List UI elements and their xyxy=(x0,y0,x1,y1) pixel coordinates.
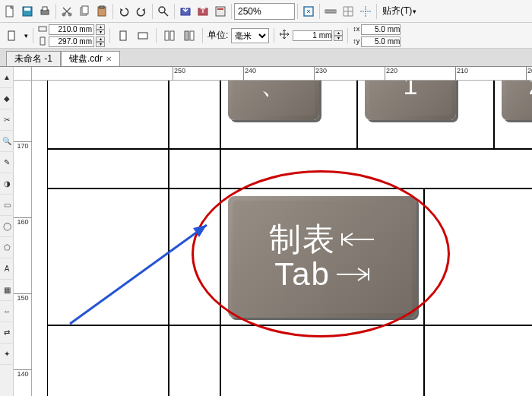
all-pages-button[interactable] xyxy=(161,27,178,44)
rulers-button[interactable] xyxy=(322,3,339,20)
dup-y-input[interactable] xyxy=(361,36,401,47)
nudge-group: ▴▾ xyxy=(293,30,343,41)
text-tool[interactable]: A xyxy=(0,258,14,280)
drawing-canvas[interactable]: 、 1 2 制表 xyxy=(32,81,532,396)
cut-button[interactable] xyxy=(59,3,75,20)
property-bar: ▾ ▴▾ ▴▾ 单位: 毫米 ▴▾ ↕x ↕y xyxy=(0,23,532,49)
grid-cell xyxy=(47,325,169,396)
undo-button[interactable] xyxy=(116,3,132,20)
polygon-tool[interactable]: ⬠ xyxy=(0,237,14,258)
publish-button[interactable] xyxy=(212,3,229,20)
key-one: 1 xyxy=(365,81,456,120)
ruler-tick: 170 xyxy=(14,141,32,150)
paste-button[interactable] xyxy=(93,3,110,20)
zoom-level-select[interactable] xyxy=(234,3,295,20)
fullscreen-button[interactable] xyxy=(300,3,317,20)
dup-y-icon: ↕y xyxy=(353,38,359,45)
spin-down[interactable]: ▾ xyxy=(334,36,343,41)
connector-tool[interactable]: ⇄ xyxy=(0,322,14,344)
copy-button[interactable] xyxy=(76,3,93,20)
pick-tool[interactable]: ▲ xyxy=(0,67,14,88)
ruler-tick: 160 xyxy=(14,217,32,226)
separator xyxy=(319,4,320,19)
height-icon xyxy=(38,36,47,47)
ellipse-tool[interactable]: ◯ xyxy=(0,216,14,237)
guides-button[interactable] xyxy=(357,3,374,20)
annotation-ellipse xyxy=(192,170,450,337)
svg-rect-8 xyxy=(82,6,88,14)
spin-up[interactable]: ▴ xyxy=(96,24,105,30)
separator xyxy=(376,4,377,19)
svg-rect-26 xyxy=(190,31,194,40)
rectangle-tool[interactable]: ▭ xyxy=(0,195,14,216)
width-icon xyxy=(38,24,47,35)
svg-rect-21 xyxy=(120,31,126,40)
search-button[interactable] xyxy=(155,3,172,20)
dup-x-input[interactable] xyxy=(361,24,401,35)
separator xyxy=(347,28,348,43)
svg-rect-15 xyxy=(217,8,223,10)
page-dimensions: ▴▾ ▴▾ xyxy=(38,24,105,47)
table-tool[interactable]: ▦ xyxy=(0,280,14,301)
page-width-input[interactable] xyxy=(49,24,94,35)
svg-rect-4 xyxy=(43,7,47,11)
import-button[interactable] xyxy=(177,3,194,20)
effects-tool[interactable]: ✦ xyxy=(0,344,14,365)
dup-x-icon: ↕x xyxy=(353,26,359,33)
svg-marker-32 xyxy=(193,225,207,237)
close-icon[interactable]: ✕ xyxy=(106,55,112,63)
unit-select[interactable]: 毫米 xyxy=(231,28,269,43)
ruler-origin[interactable] xyxy=(14,67,32,81)
spin-up[interactable]: ▴ xyxy=(334,30,343,36)
grid-cell xyxy=(169,149,220,188)
horizontal-ruler[interactable]: 250 240 230 220 210 200 xyxy=(32,67,532,81)
shape-tool[interactable]: ◆ xyxy=(0,88,14,109)
dimension-tool[interactable]: ↔ xyxy=(0,301,14,322)
spin-down[interactable]: ▾ xyxy=(96,30,105,35)
paper-orientation-button[interactable] xyxy=(2,27,21,44)
ruler-tick: 210 xyxy=(455,67,468,81)
landscape-button[interactable] xyxy=(135,27,151,44)
crop-tool[interactable]: ✂ xyxy=(0,109,14,131)
separator xyxy=(112,4,113,19)
zoom-tool[interactable]: 🔍 xyxy=(0,131,14,152)
redo-button[interactable] xyxy=(133,3,150,20)
ruler-tick: 150 xyxy=(14,293,32,302)
unit-label: 单位: xyxy=(207,29,228,42)
page-height-input[interactable] xyxy=(49,36,94,47)
nudge-input[interactable] xyxy=(293,30,332,41)
current-page-button[interactable] xyxy=(181,27,198,44)
ruler-tick: 220 xyxy=(385,67,397,81)
snap-label[interactable]: 贴齐(T) xyxy=(382,5,412,17)
separator xyxy=(152,4,153,19)
main-toolbar: 贴齐(T) ▾ xyxy=(0,0,532,23)
key-label: 2 xyxy=(529,81,532,100)
svg-rect-20 xyxy=(40,37,45,45)
dropdown-arrow-icon[interactable]: ▾ xyxy=(24,32,28,40)
vertical-ruler[interactable]: 170 160 150 140 xyxy=(14,81,32,396)
dropdown-arrow-icon[interactable]: ▾ xyxy=(413,8,416,15)
save-button[interactable] xyxy=(19,3,36,20)
grid-button[interactable] xyxy=(340,3,356,20)
svg-rect-24 xyxy=(170,31,174,40)
separator xyxy=(109,28,110,43)
tab-untitled[interactable]: 未命名 -1 xyxy=(6,51,61,66)
nudge-icon xyxy=(279,29,290,43)
export-button[interactable] xyxy=(195,3,211,20)
svg-rect-22 xyxy=(138,33,147,39)
smart-fill-tool[interactable]: ◑ xyxy=(0,173,14,195)
tab-label: 未命名 -1 xyxy=(14,52,52,65)
ruler-tick: 250 xyxy=(173,67,185,81)
new-file-button[interactable] xyxy=(2,3,18,20)
portrait-button[interactable] xyxy=(115,27,131,44)
print-button[interactable] xyxy=(36,3,53,20)
tab-keyboard[interactable]: 键盘.cdr✕ xyxy=(61,51,120,66)
separator xyxy=(274,28,274,43)
spin-up[interactable]: ▴ xyxy=(96,36,105,42)
freehand-tool[interactable]: ✎ xyxy=(0,152,14,173)
spin-down[interactable]: ▾ xyxy=(96,42,105,47)
svg-rect-25 xyxy=(185,31,188,40)
separator xyxy=(33,28,33,43)
duplicate-offset: ↕x ↕y xyxy=(353,24,401,47)
separator xyxy=(55,4,56,19)
